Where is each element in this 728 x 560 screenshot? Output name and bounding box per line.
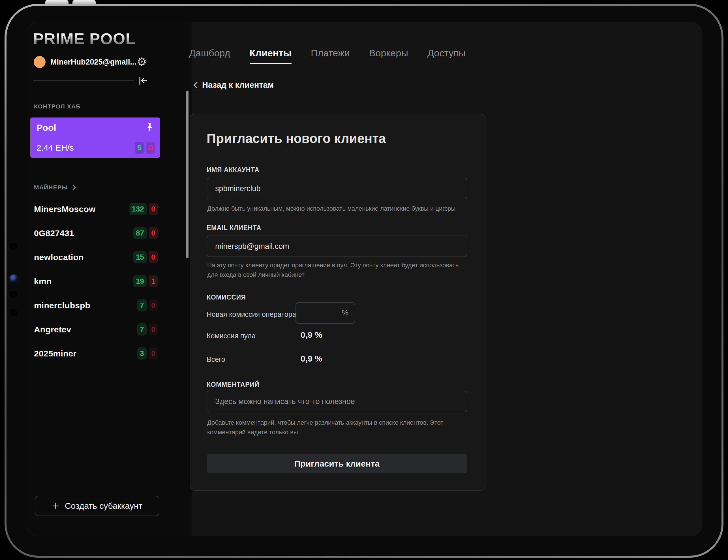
new-commission-field: %: [296, 302, 355, 324]
online-count-badge: 87: [133, 227, 147, 239]
offline-count-badge: 0: [149, 323, 158, 335]
new-commission-input[interactable]: [296, 303, 342, 323]
card-title: Пригласить нового клиента: [207, 131, 386, 146]
pool-commission-value: 0,9 %: [301, 330, 323, 340]
client-email-input[interactable]: [207, 236, 467, 257]
sidebar-divider: [33, 80, 134, 81]
tab-access[interactable]: Доступы: [427, 48, 465, 64]
online-count-badge: 3: [137, 347, 147, 360]
total-commission-label: Всего: [207, 355, 225, 364]
create-subaccount-button[interactable]: Создать субаккаунт: [35, 496, 159, 516]
miner-name: 0G827431: [34, 228, 74, 238]
front-camera-icon: [9, 274, 19, 283]
pool-hashrate: 2.44 EH/s: [37, 143, 74, 153]
collapse-sidebar-icon[interactable]: [138, 76, 148, 86]
account-name-label: ИМЯ АККАУНТА: [207, 166, 259, 174]
plus-icon: [52, 502, 60, 510]
offline-count-badge: 0: [149, 347, 158, 360]
account-name-help: Должно быть уникальным, можно использова…: [207, 204, 467, 213]
miner-name: Angretev: [34, 325, 71, 334]
back-link[interactable]: Назад к клиентам: [193, 80, 274, 90]
percent-suffix: %: [342, 309, 355, 317]
miner-name: MinersMoscow: [34, 204, 95, 214]
sensor-dot-icon: [10, 291, 17, 298]
avatar: [34, 56, 46, 68]
tab-dashboard[interactable]: Дашборд: [189, 48, 231, 64]
miner-name: newlocation: [34, 253, 84, 262]
pool-commission-label: Комиссия пула: [207, 332, 256, 340]
app-screen: PRIME POOL MinerHub2025@gmail... ⚙ КОНТР…: [27, 22, 702, 536]
comment-label: КОММЕНТАРИЙ: [207, 381, 259, 388]
miner-row[interactable]: kmn 191: [34, 269, 158, 293]
comment-help: Добавьте комментарий, чтобы легче различ…: [207, 418, 450, 437]
top-nav-tabs: Дашборд Клиенты Платежи Воркеры Доступы: [189, 48, 465, 64]
miner-name: minerclubspb: [34, 301, 90, 310]
sidebar-scrollbar[interactable]: [186, 91, 189, 258]
tab-clients[interactable]: Клиенты: [250, 48, 292, 64]
online-count-badge: 7: [137, 299, 147, 311]
device-bezel: PRIME POOL MinerHub2025@gmail... ⚙ КОНТР…: [7, 6, 721, 556]
online-count-badge: 19: [133, 275, 147, 287]
account-name-input[interactable]: [207, 178, 467, 199]
miner-row[interactable]: Angretev 70: [34, 317, 158, 341]
pin-icon[interactable]: [145, 123, 154, 132]
miner-name: kmn: [34, 277, 52, 286]
offline-count-badge: 0: [149, 203, 158, 215]
online-count-badge: 5: [135, 142, 144, 154]
chevron-left-icon: [193, 82, 198, 89]
offline-count-badge: 0: [149, 251, 158, 263]
miner-row[interactable]: 2025miner 30: [34, 341, 158, 366]
account-email: MinerHub2025@gmail...: [50, 58, 136, 67]
miners-label: МАЙНЕРЫ: [34, 184, 68, 191]
tablet-mockup: PRIME POOL MinerHub2025@gmail... ⚙ КОНТР…: [0, 0, 728, 560]
pool-card[interactable]: Pool 2.44 EH/s 5 0: [30, 117, 160, 158]
client-email-help: На эту почту клиенту придет приглашение …: [207, 260, 463, 280]
offline-count-badge: 0: [149, 299, 158, 311]
commission-section-label: КОМИССИЯ: [207, 294, 246, 301]
section-label-miners[interactable]: МАЙНЕРЫ: [34, 184, 77, 191]
miner-row[interactable]: 0G827431 870: [34, 221, 158, 245]
invite-client-card: Пригласить нового клиента ИМЯ АККАУНТА Д…: [190, 114, 485, 491]
online-count-badge: 7: [137, 323, 147, 335]
client-email-label: EMAIL КЛИЕНТА: [207, 224, 261, 232]
pool-status-badges: 5 0: [135, 142, 155, 154]
chevron-right-icon: [72, 184, 77, 191]
section-label-control-hub: КОНТРОЛ ХАБ: [34, 103, 81, 110]
miner-name: 2025miner: [34, 349, 76, 358]
offline-count-badge: 0: [149, 227, 158, 239]
app-logo: PRIME POOL: [33, 29, 136, 48]
pool-name: Pool: [37, 123, 56, 133]
online-count-badge: 132: [129, 203, 147, 215]
new-commission-label: Новая комиссия оператора: [207, 310, 296, 319]
sidebar: PRIME POOL MinerHub2025@gmail... ⚙ КОНТР…: [27, 22, 192, 536]
miner-row[interactable]: minerclubspb 70: [34, 293, 158, 317]
settings-gear-icon[interactable]: ⚙: [137, 55, 147, 68]
comment-input[interactable]: [207, 391, 467, 412]
sensor-dot-icon: [10, 243, 17, 250]
total-commission-value: 0,9 %: [301, 354, 323, 364]
sensor-dot-icon: [10, 309, 17, 316]
offline-count-badge: 0: [146, 142, 155, 154]
create-subaccount-label: Создать субаккаунт: [65, 501, 142, 511]
tab-payments[interactable]: Платежи: [311, 48, 350, 64]
device-frame: PRIME POOL MinerHub2025@gmail... ⚙ КОНТР…: [5, 4, 723, 558]
offline-count-badge: 1: [149, 275, 158, 287]
tab-workers[interactable]: Воркеры: [369, 48, 408, 64]
online-count-badge: 15: [133, 251, 147, 263]
miner-row[interactable]: newlocation 150: [34, 245, 158, 269]
miner-row[interactable]: MinersMoscow 1320: [34, 197, 158, 221]
account-row[interactable]: MinerHub2025@gmail...: [34, 56, 136, 68]
commission-divider: [207, 346, 468, 346]
invite-client-button[interactable]: Пригласить клиента: [207, 454, 467, 473]
back-link-label: Назад к клиентам: [202, 80, 274, 90]
miners-list: MinersMoscow 1320 0G827431 870 newlocati…: [34, 197, 158, 366]
